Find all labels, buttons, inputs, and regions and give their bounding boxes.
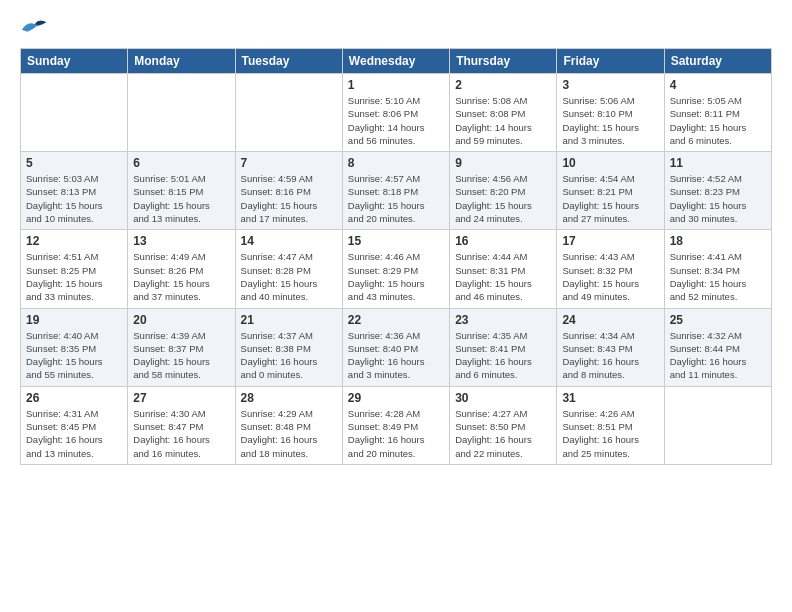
day-number: 4 xyxy=(670,78,766,92)
weekday-header-saturday: Saturday xyxy=(664,49,771,74)
calendar-week-5: 26Sunrise: 4:31 AM Sunset: 8:45 PM Dayli… xyxy=(21,386,772,464)
day-info: Sunrise: 4:51 AM Sunset: 8:25 PM Dayligh… xyxy=(26,250,122,303)
day-number: 7 xyxy=(241,156,337,170)
calendar-cell: 15Sunrise: 4:46 AM Sunset: 8:29 PM Dayli… xyxy=(342,230,449,308)
weekday-header-row: SundayMondayTuesdayWednesdayThursdayFrid… xyxy=(21,49,772,74)
calendar-cell: 19Sunrise: 4:40 AM Sunset: 8:35 PM Dayli… xyxy=(21,308,128,386)
day-info: Sunrise: 4:43 AM Sunset: 8:32 PM Dayligh… xyxy=(562,250,658,303)
day-info: Sunrise: 5:03 AM Sunset: 8:13 PM Dayligh… xyxy=(26,172,122,225)
day-number: 1 xyxy=(348,78,444,92)
calendar-cell: 17Sunrise: 4:43 AM Sunset: 8:32 PM Dayli… xyxy=(557,230,664,308)
day-number: 29 xyxy=(348,391,444,405)
day-number: 19 xyxy=(26,313,122,327)
day-number: 9 xyxy=(455,156,551,170)
calendar-cell: 4Sunrise: 5:05 AM Sunset: 8:11 PM Daylig… xyxy=(664,74,771,152)
day-number: 3 xyxy=(562,78,658,92)
day-info: Sunrise: 4:29 AM Sunset: 8:48 PM Dayligh… xyxy=(241,407,337,460)
calendar-cell: 5Sunrise: 5:03 AM Sunset: 8:13 PM Daylig… xyxy=(21,152,128,230)
day-number: 16 xyxy=(455,234,551,248)
weekday-header-wednesday: Wednesday xyxy=(342,49,449,74)
day-info: Sunrise: 5:01 AM Sunset: 8:15 PM Dayligh… xyxy=(133,172,229,225)
calendar-week-4: 19Sunrise: 4:40 AM Sunset: 8:35 PM Dayli… xyxy=(21,308,772,386)
weekday-header-thursday: Thursday xyxy=(450,49,557,74)
calendar-cell: 1Sunrise: 5:10 AM Sunset: 8:06 PM Daylig… xyxy=(342,74,449,152)
day-info: Sunrise: 4:46 AM Sunset: 8:29 PM Dayligh… xyxy=(348,250,444,303)
calendar-cell: 9Sunrise: 4:56 AM Sunset: 8:20 PM Daylig… xyxy=(450,152,557,230)
calendar-cell: 3Sunrise: 5:06 AM Sunset: 8:10 PM Daylig… xyxy=(557,74,664,152)
logo xyxy=(20,16,52,38)
day-number: 23 xyxy=(455,313,551,327)
day-info: Sunrise: 4:32 AM Sunset: 8:44 PM Dayligh… xyxy=(670,329,766,382)
calendar-cell: 12Sunrise: 4:51 AM Sunset: 8:25 PM Dayli… xyxy=(21,230,128,308)
calendar-cell: 7Sunrise: 4:59 AM Sunset: 8:16 PM Daylig… xyxy=(235,152,342,230)
day-number: 17 xyxy=(562,234,658,248)
day-info: Sunrise: 4:37 AM Sunset: 8:38 PM Dayligh… xyxy=(241,329,337,382)
day-info: Sunrise: 5:06 AM Sunset: 8:10 PM Dayligh… xyxy=(562,94,658,147)
day-number: 30 xyxy=(455,391,551,405)
logo-bird-icon xyxy=(20,16,48,38)
weekday-header-friday: Friday xyxy=(557,49,664,74)
calendar-cell: 29Sunrise: 4:28 AM Sunset: 8:49 PM Dayli… xyxy=(342,386,449,464)
calendar-cell: 11Sunrise: 4:52 AM Sunset: 8:23 PM Dayli… xyxy=(664,152,771,230)
calendar-cell: 13Sunrise: 4:49 AM Sunset: 8:26 PM Dayli… xyxy=(128,230,235,308)
weekday-header-monday: Monday xyxy=(128,49,235,74)
weekday-header-sunday: Sunday xyxy=(21,49,128,74)
day-number: 21 xyxy=(241,313,337,327)
day-number: 15 xyxy=(348,234,444,248)
calendar-cell: 28Sunrise: 4:29 AM Sunset: 8:48 PM Dayli… xyxy=(235,386,342,464)
calendar-cell: 16Sunrise: 4:44 AM Sunset: 8:31 PM Dayli… xyxy=(450,230,557,308)
calendar-cell: 23Sunrise: 4:35 AM Sunset: 8:41 PM Dayli… xyxy=(450,308,557,386)
calendar-cell: 27Sunrise: 4:30 AM Sunset: 8:47 PM Dayli… xyxy=(128,386,235,464)
day-number: 27 xyxy=(133,391,229,405)
day-info: Sunrise: 4:26 AM Sunset: 8:51 PM Dayligh… xyxy=(562,407,658,460)
day-number: 10 xyxy=(562,156,658,170)
day-number: 13 xyxy=(133,234,229,248)
day-info: Sunrise: 4:59 AM Sunset: 8:16 PM Dayligh… xyxy=(241,172,337,225)
day-info: Sunrise: 4:52 AM Sunset: 8:23 PM Dayligh… xyxy=(670,172,766,225)
page: SundayMondayTuesdayWednesdayThursdayFrid… xyxy=(0,0,792,481)
day-info: Sunrise: 4:27 AM Sunset: 8:50 PM Dayligh… xyxy=(455,407,551,460)
calendar-cell: 24Sunrise: 4:34 AM Sunset: 8:43 PM Dayli… xyxy=(557,308,664,386)
day-info: Sunrise: 4:57 AM Sunset: 8:18 PM Dayligh… xyxy=(348,172,444,225)
calendar-cell: 25Sunrise: 4:32 AM Sunset: 8:44 PM Dayli… xyxy=(664,308,771,386)
day-info: Sunrise: 4:49 AM Sunset: 8:26 PM Dayligh… xyxy=(133,250,229,303)
calendar-week-1: 1Sunrise: 5:10 AM Sunset: 8:06 PM Daylig… xyxy=(21,74,772,152)
day-number: 26 xyxy=(26,391,122,405)
day-info: Sunrise: 4:44 AM Sunset: 8:31 PM Dayligh… xyxy=(455,250,551,303)
day-info: Sunrise: 4:35 AM Sunset: 8:41 PM Dayligh… xyxy=(455,329,551,382)
day-info: Sunrise: 4:36 AM Sunset: 8:40 PM Dayligh… xyxy=(348,329,444,382)
day-number: 5 xyxy=(26,156,122,170)
calendar-table: SundayMondayTuesdayWednesdayThursdayFrid… xyxy=(20,48,772,465)
day-number: 20 xyxy=(133,313,229,327)
day-number: 8 xyxy=(348,156,444,170)
calendar-cell xyxy=(664,386,771,464)
day-info: Sunrise: 5:10 AM Sunset: 8:06 PM Dayligh… xyxy=(348,94,444,147)
calendar-cell: 10Sunrise: 4:54 AM Sunset: 8:21 PM Dayli… xyxy=(557,152,664,230)
day-info: Sunrise: 4:34 AM Sunset: 8:43 PM Dayligh… xyxy=(562,329,658,382)
day-info: Sunrise: 4:28 AM Sunset: 8:49 PM Dayligh… xyxy=(348,407,444,460)
day-number: 14 xyxy=(241,234,337,248)
calendar-cell: 21Sunrise: 4:37 AM Sunset: 8:38 PM Dayli… xyxy=(235,308,342,386)
day-info: Sunrise: 4:31 AM Sunset: 8:45 PM Dayligh… xyxy=(26,407,122,460)
calendar-week-3: 12Sunrise: 4:51 AM Sunset: 8:25 PM Dayli… xyxy=(21,230,772,308)
calendar-cell: 6Sunrise: 5:01 AM Sunset: 8:15 PM Daylig… xyxy=(128,152,235,230)
day-number: 12 xyxy=(26,234,122,248)
calendar-cell: 8Sunrise: 4:57 AM Sunset: 8:18 PM Daylig… xyxy=(342,152,449,230)
day-number: 22 xyxy=(348,313,444,327)
day-info: Sunrise: 4:54 AM Sunset: 8:21 PM Dayligh… xyxy=(562,172,658,225)
day-number: 11 xyxy=(670,156,766,170)
day-info: Sunrise: 5:08 AM Sunset: 8:08 PM Dayligh… xyxy=(455,94,551,147)
calendar-week-2: 5Sunrise: 5:03 AM Sunset: 8:13 PM Daylig… xyxy=(21,152,772,230)
calendar-cell: 2Sunrise: 5:08 AM Sunset: 8:08 PM Daylig… xyxy=(450,74,557,152)
calendar-cell xyxy=(21,74,128,152)
day-info: Sunrise: 4:47 AM Sunset: 8:28 PM Dayligh… xyxy=(241,250,337,303)
calendar-cell: 20Sunrise: 4:39 AM Sunset: 8:37 PM Dayli… xyxy=(128,308,235,386)
weekday-header-tuesday: Tuesday xyxy=(235,49,342,74)
calendar-cell: 30Sunrise: 4:27 AM Sunset: 8:50 PM Dayli… xyxy=(450,386,557,464)
day-number: 31 xyxy=(562,391,658,405)
calendar-cell: 18Sunrise: 4:41 AM Sunset: 8:34 PM Dayli… xyxy=(664,230,771,308)
day-number: 25 xyxy=(670,313,766,327)
day-number: 24 xyxy=(562,313,658,327)
day-number: 28 xyxy=(241,391,337,405)
calendar-cell: 26Sunrise: 4:31 AM Sunset: 8:45 PM Dayli… xyxy=(21,386,128,464)
